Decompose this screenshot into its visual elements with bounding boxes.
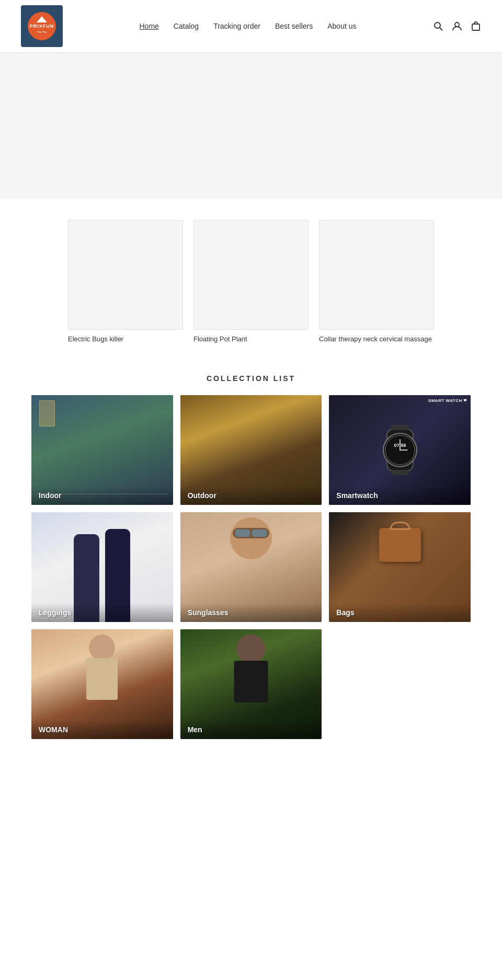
collection-title: COLLECTION LIST [31, 374, 471, 383]
cart-icon [471, 21, 481, 31]
collection-item-smartwatch[interactable]: 07:56 SMART WATCH ❤ Smartwatch [329, 395, 471, 505]
svg-point-2 [455, 22, 459, 27]
logo-wave-icon: 〜〜 [37, 29, 47, 36]
product-title-bugs-killer: Electric Bugs killer [68, 335, 183, 343]
header-icons [433, 21, 481, 31]
hero-banner [0, 53, 502, 199]
cart-button[interactable] [471, 21, 481, 31]
user-icon [452, 21, 462, 31]
collection-label-outdoor: Outdoor [180, 486, 322, 505]
svg-rect-10 [391, 425, 409, 430]
search-icon [433, 21, 443, 31]
collection-label-indoor: Indoor [31, 486, 173, 505]
featured-products-section: Electric Bugs killer Floating Pot Plant … [0, 199, 502, 364]
svg-point-0 [435, 22, 440, 28]
logo-box: PRIXFUN 〜〜 [21, 5, 63, 47]
nav-tracking[interactable]: Tracking order [213, 22, 260, 30]
product-image-floating-pot [193, 220, 309, 330]
collection-bottom-row: WOMAN Men [31, 629, 471, 739]
watch-face-icon: 07:56 [374, 424, 426, 476]
product-title-floating-pot: Floating Pot Plant [193, 335, 309, 343]
site-header: PRIXFUN 〜〜 Home Catalog Tracking order B… [0, 0, 502, 53]
collection-label-sunglasses: Sunglasses [180, 603, 322, 622]
search-button[interactable] [433, 21, 443, 31]
nav-about[interactable]: About us [327, 22, 356, 30]
collection-item-indoor[interactable]: Indoor [31, 395, 173, 505]
main-nav: Home Catalog Tracking order Best sellers… [140, 22, 357, 30]
nav-home[interactable]: Home [140, 22, 159, 30]
product-image-collar-therapy [319, 220, 434, 330]
collection-label-men: Men [180, 720, 322, 739]
product-image-bugs-killer [68, 220, 183, 330]
collection-item-woman[interactable]: WOMAN [31, 629, 173, 739]
logo-mountain-icon [37, 16, 47, 22]
collection-grid: Indoor Outdoor 07:56 SMART WATCH ❤ [31, 395, 471, 622]
nav-catalog[interactable]: Catalog [174, 22, 199, 30]
product-card-collar-therapy[interactable]: Collar therapy neck cervical massage [319, 220, 434, 343]
collection-section: COLLECTION LIST Indoor Outdoor 07:56 [0, 364, 502, 770]
smartwatch-label-top: SMART WATCH ❤ [428, 398, 467, 403]
svg-rect-11 [391, 470, 409, 475]
collection-label-leggings: Leggings [31, 603, 173, 622]
collection-item-sunglasses[interactable]: Sunglasses [180, 512, 322, 622]
logo-area[interactable]: PRIXFUN 〜〜 [21, 5, 63, 47]
product-card-floating-pot[interactable]: Floating Pot Plant [193, 220, 309, 343]
collection-item-men[interactable]: Men [180, 629, 322, 739]
logo-circle: PRIXFUN 〜〜 [28, 12, 56, 40]
collection-label-smartwatch: Smartwatch [329, 486, 471, 505]
svg-rect-3 [472, 24, 480, 30]
logo-text: PRIXFUN [30, 24, 54, 29]
product-title-collar-therapy: Collar therapy neck cervical massage [319, 335, 434, 343]
collection-item-outdoor[interactable]: Outdoor [180, 395, 322, 505]
collection-label-bags: Bags [329, 603, 471, 622]
collection-label-woman: WOMAN [31, 720, 173, 739]
collection-item-bags[interactable]: Bags [329, 512, 471, 622]
collection-item-leggings[interactable]: Leggings [31, 512, 173, 622]
product-card-bugs-killer[interactable]: Electric Bugs killer [68, 220, 183, 343]
nav-bestsellers[interactable]: Best sellers [275, 22, 313, 30]
svg-line-1 [440, 28, 442, 30]
login-button[interactable] [452, 21, 462, 31]
